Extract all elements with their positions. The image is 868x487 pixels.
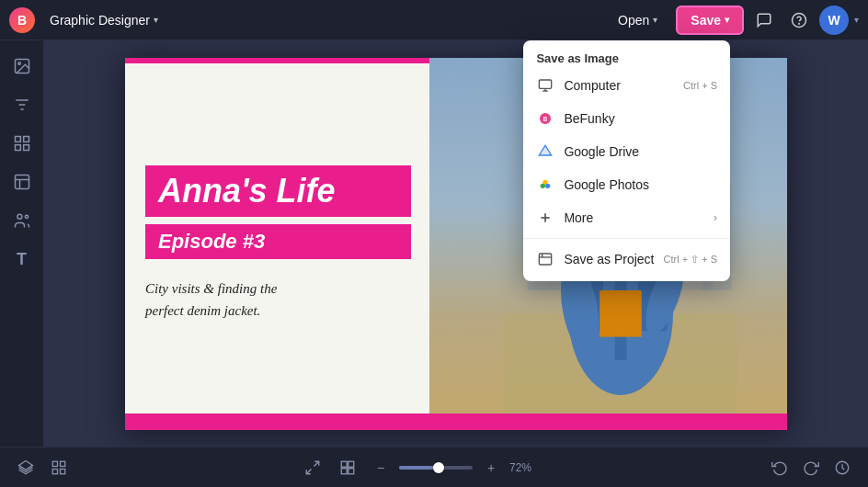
svg-rect-58 (341, 461, 347, 467)
sidebar-item-text[interactable]: T (6, 243, 39, 276)
svg-rect-48 (600, 290, 642, 337)
history-button[interactable] (829, 455, 855, 481)
zoom-percentage: 72% (509, 461, 539, 474)
svg-rect-53 (61, 461, 65, 466)
main-layout: T (0, 40, 868, 447)
save-gdrive-item[interactable]: Google Drive (523, 135, 730, 168)
save-dropdown-menu: Save as Image Computer Ctrl + S B BeFunk… (523, 40, 730, 281)
expand-button[interactable] (335, 455, 360, 481)
befunky-label: BeFunky (564, 111, 614, 126)
help-button[interactable] (784, 6, 814, 35)
sidebar: T (0, 40, 44, 447)
gdrive-icon (536, 142, 554, 161)
sidebar-item-people[interactable] (6, 204, 39, 237)
bottom-left-tools (13, 455, 72, 481)
more-arrow: › (714, 211, 717, 224)
save-button[interactable]: Save ▾ (676, 6, 744, 35)
avatar-button[interactable]: W (819, 6, 849, 35)
app-name-label: Graphic Designer (50, 13, 150, 28)
zoom-slider[interactable] (399, 466, 473, 470)
dropdown-divider (523, 238, 730, 239)
fit-canvas-button[interactable] (300, 455, 326, 481)
svg-rect-23 (15, 145, 20, 151)
zoom-control: − + 72% (370, 457, 539, 479)
svg-rect-22 (23, 145, 29, 151)
grid-toggle-button[interactable] (46, 455, 72, 481)
sidebar-item-effects[interactable] (6, 127, 39, 160)
computer-label: Computer (564, 78, 620, 93)
svg-line-56 (314, 461, 319, 466)
sidebar-item-filters[interactable] (6, 88, 39, 121)
svg-point-28 (25, 215, 28, 218)
app-name-chevron: ▾ (154, 15, 158, 25)
chat-button[interactable] (749, 6, 779, 35)
svg-point-27 (17, 214, 22, 219)
bottom-accent-bar (125, 413, 429, 430)
computer-shortcut: Ctrl + S (683, 80, 717, 91)
canvas-subtitle: City visits & finding theperfect denim j… (145, 277, 411, 322)
canvas-title: Anna's Life (158, 173, 398, 210)
svg-rect-20 (15, 137, 20, 142)
bottom-bar: − + 72% (0, 447, 868, 487)
svg-rect-21 (23, 137, 29, 142)
svg-point-9 (541, 184, 545, 188)
svg-rect-55 (52, 469, 57, 473)
svg-rect-60 (341, 468, 347, 473)
redo-button[interactable] (798, 455, 824, 481)
svg-line-57 (306, 469, 311, 473)
header: B Graphic Designer ▾ Open ▾ Save ▾ W (0, 0, 868, 40)
canvas-episode: Episode #3 (158, 230, 398, 254)
app-name-button[interactable]: Graphic Designer ▾ (42, 9, 166, 31)
save-project-shortcut: Ctrl + ⇧ + S (663, 254, 717, 266)
svg-rect-24 (15, 176, 29, 189)
text-overlay: Anna's Life Episode #3 City visits & fin… (125, 58, 429, 430)
save-project-item[interactable]: Save as Project Ctrl + ⇧ + S (523, 243, 730, 276)
svg-rect-52 (52, 461, 57, 466)
layers-toggle-button[interactable] (13, 455, 39, 481)
befunky-icon: B (536, 109, 554, 128)
zoom-out-button[interactable]: − (370, 457, 392, 479)
svg-rect-12 (540, 254, 552, 265)
zoom-slider-thumb (433, 462, 444, 473)
svg-point-1 (799, 23, 800, 24)
save-computer-item[interactable]: Computer Ctrl + S (523, 69, 730, 102)
svg-marker-6 (540, 145, 552, 155)
undo-button[interactable] (767, 455, 793, 481)
svg-rect-61 (348, 468, 354, 473)
gphotos-icon (536, 176, 554, 194)
monitor-icon (536, 76, 554, 95)
logo-icon[interactable]: B (9, 7, 35, 33)
svg-point-16 (17, 62, 19, 65)
gdrive-label: Google Drive (564, 144, 639, 159)
save-befunky-item[interactable]: B BeFunky (523, 102, 730, 135)
svg-rect-54 (61, 469, 65, 473)
title-box: Anna's Life (145, 165, 411, 217)
bottom-right-tools (767, 455, 855, 481)
svg-point-8 (545, 184, 550, 188)
canvas-pink-stripe-bottom (403, 413, 787, 430)
svg-rect-2 (540, 80, 552, 88)
open-button[interactable]: Open ▾ (605, 7, 670, 33)
sidebar-item-templates[interactable] (6, 165, 39, 198)
sidebar-item-image[interactable] (6, 50, 39, 83)
save-project-label: Save as Project (564, 252, 654, 266)
more-label: More (564, 210, 593, 225)
save-more-item[interactable]: More › (523, 201, 730, 234)
project-icon (536, 250, 554, 268)
header-actions: Open ▾ Save ▾ W ▾ (605, 6, 859, 35)
gphotos-label: Google Photos (564, 177, 649, 192)
dropdown-section-title: Save as Image (523, 46, 730, 69)
avatar-chevron: ▾ (854, 15, 859, 25)
save-gphotos-item[interactable]: Google Photos (523, 168, 730, 201)
svg-rect-59 (348, 461, 354, 467)
more-icon (536, 209, 554, 227)
svg-text:B: B (543, 116, 548, 122)
zoom-in-button[interactable]: + (480, 457, 502, 479)
bottom-center-tools: − + 72% (81, 455, 758, 481)
zoom-slider-fill (399, 466, 440, 470)
episode-box: Episode #3 (145, 224, 411, 259)
top-accent-bar (125, 58, 429, 63)
canvas-area: Anna's Life Episode #3 City visits & fin… (44, 40, 868, 447)
